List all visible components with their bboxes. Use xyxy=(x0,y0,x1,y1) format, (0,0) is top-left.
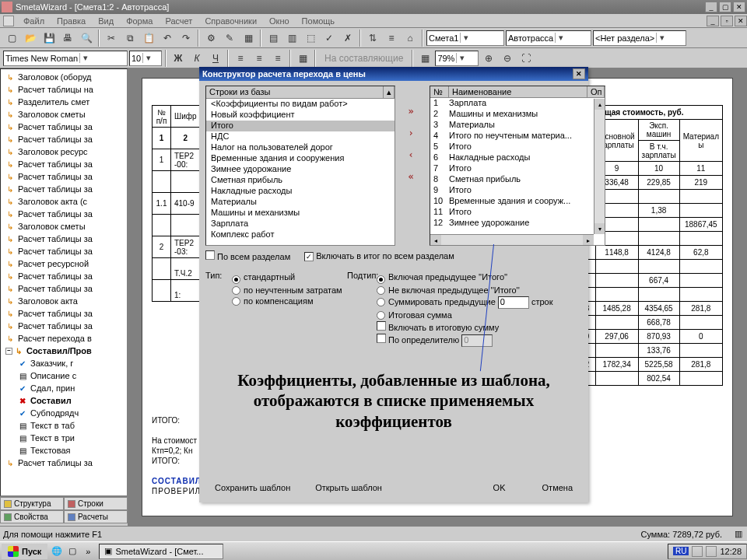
tree-item[interactable]: ↳Разделитель смет xyxy=(1,96,127,108)
list-item[interactable]: <Коэффициенты по видам работ> xyxy=(206,99,395,110)
hscrollbar[interactable]: ◂ ▸ xyxy=(430,234,594,245)
tool11-icon[interactable]: ⌂ xyxy=(402,30,419,47)
sort-icon[interactable]: ▴ xyxy=(384,86,395,98)
tree-item[interactable]: ✔Заказчик, г xyxy=(1,357,127,369)
radio-total-sum[interactable]: Итоговая сумма xyxy=(377,310,552,320)
system-tray[interactable]: RU 12:28 xyxy=(668,544,747,559)
tab-props[interactable]: Свойства xyxy=(0,510,64,523)
tree-item[interactable]: ↳Расчет таблицы за xyxy=(1,307,127,320)
ql-ie-icon[interactable]: 🌐 xyxy=(50,544,64,558)
radio-unaccounted[interactable]: по неучтенным затратам xyxy=(232,285,342,295)
save-template-button[interactable]: Сохранить шаблон xyxy=(205,479,300,496)
list-item[interactable]: 7Итого xyxy=(430,163,605,174)
list-item[interactable]: 5Итого xyxy=(430,142,605,152)
combo-section[interactable]: <Нет раздела>▾ xyxy=(593,30,686,46)
tree-item[interactable]: ↳Расчет перехода в xyxy=(1,332,127,345)
radio-compensation[interactable]: по компенсациям xyxy=(232,296,342,306)
maximize-button[interactable]: ▢ xyxy=(719,2,731,12)
paste-icon[interactable]: 📋 xyxy=(140,30,157,47)
lang-indicator[interactable]: RU xyxy=(673,547,689,555)
ok-button[interactable]: OK xyxy=(472,479,527,496)
menu-calc[interactable]: Расчет xyxy=(159,16,198,26)
list-item[interactable]: Материалы xyxy=(206,197,395,208)
list-item[interactable]: 6Накладные расходы xyxy=(430,152,605,163)
tool6-icon[interactable]: ⬚ xyxy=(302,30,319,47)
font-combo[interactable]: Times New Roman▾ xyxy=(3,51,128,66)
cancel-button[interactable]: Отмена xyxy=(533,479,582,496)
list-item[interactable]: 10Временные здания и сооруж... xyxy=(430,196,605,207)
radio-include-prev[interactable]: Включая предыдущее ''Итого'' xyxy=(377,272,552,284)
italic-icon[interactable]: К xyxy=(188,50,205,67)
list-item[interactable]: Зарплата xyxy=(206,219,395,229)
redo-icon[interactable]: ↷ xyxy=(177,30,195,47)
tool8-icon[interactable]: ✗ xyxy=(339,30,356,47)
tree-item[interactable]: ↳Расчет таблицы за xyxy=(1,270,127,282)
open-icon[interactable]: 📂 xyxy=(22,30,39,47)
tool9-icon[interactable]: ⇅ xyxy=(364,30,381,47)
list-item[interactable]: 9Итого xyxy=(430,185,605,196)
scroll-left-icon[interactable]: ◂ xyxy=(430,235,441,246)
menu-edit[interactable]: Правка xyxy=(51,16,92,26)
mdi-close-button[interactable]: ✕ xyxy=(735,16,747,26)
underline-icon[interactable]: Ч xyxy=(207,50,224,67)
tree-item[interactable]: ↳Расчет таблицы на xyxy=(1,83,127,96)
base-rows-list[interactable]: Строки из базы▴ <Коэффициенты по видам р… xyxy=(205,86,395,246)
tree-item[interactable]: ↳Расчет таблицы за xyxy=(1,208,127,220)
components-button[interactable]: На составляющие xyxy=(319,50,409,67)
ql-more-icon[interactable]: » xyxy=(81,544,95,558)
tray-icon-1[interactable] xyxy=(692,546,703,557)
tool3-icon[interactable]: ▦ xyxy=(240,30,257,47)
menu-refs[interactable]: Справочники xyxy=(198,16,263,26)
mdi-minimize-button[interactable]: _ xyxy=(707,16,719,26)
list-item[interactable]: Временные здания и сооружения xyxy=(206,153,395,164)
close-button[interactable]: ✕ xyxy=(733,2,745,12)
border-icon[interactable]: ▦ xyxy=(294,50,311,67)
tool10-icon[interactable]: ≡ xyxy=(383,30,400,47)
preview-icon[interactable]: 🔍 xyxy=(78,30,95,47)
dialog-titlebar[interactable]: Конструктор расчета перехода в цены ✕ xyxy=(199,67,588,81)
tree-item[interactable]: ↳Заголовок сметы xyxy=(1,220,127,233)
list-item[interactable]: Машины и механизмы xyxy=(206,208,395,219)
list-item[interactable]: 2Машины и механизмы xyxy=(430,109,605,120)
tab-calcs[interactable]: Расчеты xyxy=(64,510,128,523)
align-right-icon[interactable]: ≡ xyxy=(269,50,286,67)
tree-item[interactable]: ↳Расчет таблицы за xyxy=(1,457,127,469)
list-item[interactable]: Налог на пользователей дорог xyxy=(206,142,395,153)
undo-icon[interactable]: ↶ xyxy=(159,30,176,47)
start-button[interactable]: Пуск xyxy=(2,544,47,559)
tree-item[interactable]: −↳Составил/Пров xyxy=(1,345,127,357)
chk-include-all-sections[interactable]: ✓Включать в итог по всем разделам xyxy=(304,251,454,261)
radio-exclude-prev[interactable]: Не включая предыдущее ''Итого'' xyxy=(377,285,552,295)
list-item[interactable]: Комплекс работ xyxy=(206,229,395,240)
tree-item[interactable]: ↳Расчет таблицы за xyxy=(1,183,127,195)
tree-item[interactable]: ↳Заголовок акта (с xyxy=(1,195,127,208)
zoom-combo[interactable]: 79%▾ xyxy=(435,51,479,66)
radio-sum-prev[interactable]: Суммировать предыдущие 0 строк xyxy=(377,296,552,309)
tree-item[interactable]: ↳Расчет таблицы за xyxy=(1,245,127,257)
sum-rows-input[interactable]: 0 xyxy=(498,296,529,309)
tree-item[interactable]: ↳Расчет таблицы за xyxy=(1,133,127,145)
tree-item[interactable]: ↳Расчет таблицы за xyxy=(1,320,127,332)
move-all-left-button[interactable]: « xyxy=(402,168,420,185)
scroll-up-icon[interactable]: ▴ xyxy=(594,99,605,110)
tool7-icon[interactable]: ✓ xyxy=(321,30,338,47)
menu-help[interactable]: Помощь xyxy=(296,16,342,26)
copy-icon[interactable]: ⧉ xyxy=(121,30,139,47)
scroll-down-icon[interactable]: ▾ xyxy=(594,223,605,234)
list-item[interactable]: 3Материалы xyxy=(430,120,605,131)
tree-item[interactable]: ↳Заголовок акта xyxy=(1,295,127,307)
tree-item[interactable]: ↳Расчет таблицы за xyxy=(1,121,127,133)
tree-item[interactable]: ↳Заголовок (оборуд xyxy=(1,71,127,83)
menu-view[interactable]: Вид xyxy=(92,16,120,26)
move-all-right-button[interactable]: » xyxy=(402,103,420,120)
zoom-fit-icon[interactable]: ⛶ xyxy=(517,50,535,67)
menu-window[interactable]: Окно xyxy=(263,16,296,26)
tool4-icon[interactable]: ▤ xyxy=(265,30,282,47)
menu-file[interactable]: Файл xyxy=(17,16,51,26)
list-item[interactable]: Итого xyxy=(206,121,395,131)
tree-item[interactable]: ▤Текст в таб xyxy=(1,419,127,432)
scroll-right-icon[interactable]: ▸ xyxy=(583,235,594,246)
save-icon[interactable]: 💾 xyxy=(40,30,58,47)
list-item[interactable]: 4Итого по неучтеным материа... xyxy=(430,131,605,142)
grid-icon[interactable]: ▦ xyxy=(416,50,433,67)
